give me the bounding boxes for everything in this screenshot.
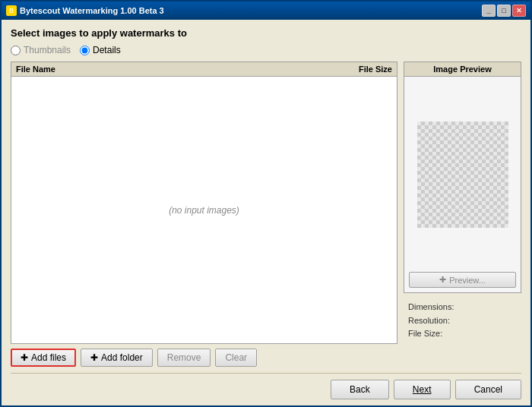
cancel-label: Cancel	[474, 384, 502, 395]
app-icon-letter: B	[9, 7, 14, 14]
preview-header: Image Preview	[404, 62, 521, 77]
preview-checkerboard	[417, 121, 508, 228]
filesize-label: File Size:	[408, 327, 517, 341]
nav-buttons-row: Back Next Cancel	[11, 373, 521, 399]
file-list-body[interactable]: (no input images)	[11, 77, 397, 343]
add-files-icon: ✚	[21, 352, 28, 363]
main-area: File Name File Size (no input images) Im…	[11, 62, 521, 344]
file-list-header: File Name File Size	[11, 62, 397, 77]
add-folder-button[interactable]: ✚ Add folder	[81, 349, 153, 367]
page-heading: Select images to apply watermarks to	[11, 27, 521, 39]
right-panel: Image Preview ✚ Preview... Dimensions: R…	[404, 62, 521, 344]
maximize-button[interactable]: □	[497, 5, 511, 17]
back-label: Back	[350, 384, 370, 395]
cancel-button[interactable]: Cancel	[455, 380, 521, 399]
add-files-label: Add files	[31, 352, 66, 363]
clear-button[interactable]: Clear	[215, 349, 257, 367]
title-bar-controls: _ □ ✕	[482, 5, 526, 17]
content-area: Select images to apply watermarks to Thu…	[2, 20, 530, 405]
minimize-button[interactable]: _	[482, 5, 496, 17]
details-label: Details	[93, 45, 121, 55]
app-icon: B	[6, 5, 17, 16]
column-filename: File Name	[16, 65, 316, 74]
title-bar: B Bytescout Watermarking 1.00 Beta 3 _ □…	[2, 2, 530, 20]
empty-message: (no input images)	[169, 205, 239, 216]
preview-button-label: Preview...	[449, 276, 486, 285]
details-radio[interactable]	[80, 46, 90, 55]
resolution-label: Resolution:	[408, 314, 517, 328]
window-title: Bytescout Watermarking 1.00 Beta 3	[20, 6, 164, 15]
remove-label: Remove	[167, 352, 201, 363]
close-button[interactable]: ✕	[512, 5, 526, 17]
title-bar-left: B Bytescout Watermarking 1.00 Beta 3	[6, 5, 164, 16]
preview-image-area	[404, 77, 521, 272]
add-folder-icon: ✚	[90, 352, 98, 363]
thumbnails-radio[interactable]	[11, 46, 21, 55]
preview-plus-icon: ✚	[439, 275, 446, 285]
add-files-button[interactable]: ✚ Add files	[11, 349, 76, 367]
file-list-container: File Name File Size (no input images)	[11, 62, 397, 344]
clear-label: Clear	[225, 352, 247, 363]
back-button[interactable]: Back	[331, 380, 389, 399]
next-button[interactable]: Next	[394, 380, 451, 399]
remove-button[interactable]: Remove	[157, 349, 211, 367]
view-options-row: Thumbnails Details	[11, 45, 521, 55]
column-filesize: File Size	[316, 65, 392, 74]
preview-info: Dimensions: Resolution: File Size:	[404, 298, 521, 344]
dimensions-label: Dimensions:	[408, 301, 517, 314]
main-window: B Bytescout Watermarking 1.00 Beta 3 _ □…	[0, 0, 532, 407]
details-option[interactable]: Details	[80, 45, 121, 55]
add-folder-label: Add folder	[101, 352, 143, 363]
action-buttons-row: ✚ Add files ✚ Add folder Remove Clear	[11, 349, 521, 367]
preview-button[interactable]: ✚ Preview...	[409, 272, 516, 288]
preview-box: Image Preview ✚ Preview...	[404, 62, 521, 293]
thumbnails-option[interactable]: Thumbnails	[11, 45, 71, 55]
next-label: Next	[413, 384, 432, 395]
thumbnails-label: Thumbnails	[24, 45, 71, 55]
